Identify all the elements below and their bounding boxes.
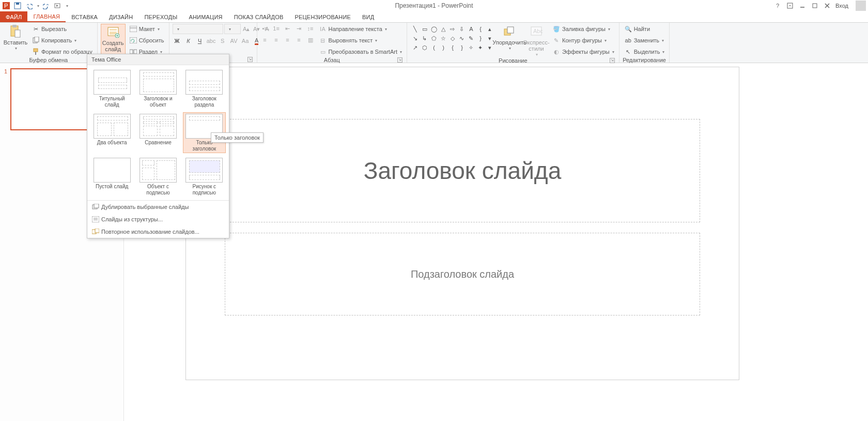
shape-callout-icon[interactable]: ◇: [448, 34, 457, 42]
spacing-icon[interactable]: AV: [229, 36, 239, 46]
maximize-icon[interactable]: [811, 2, 819, 10]
close-icon[interactable]: [823, 2, 831, 10]
paste-button[interactable]: Вставить ▾: [3, 24, 28, 51]
dialog-launcher-icon[interactable]: ⇲: [247, 57, 253, 62]
columns-icon[interactable]: ▥: [306, 35, 315, 44]
case-icon[interactable]: Aa: [241, 36, 250, 46]
smartart-button[interactable]: ▭Преобразовать в SmartArt▾: [317, 47, 404, 57]
shape-x8-icon[interactable]: ✦: [476, 43, 485, 52]
layout-title-content[interactable]: Заголовок и объект: [136, 68, 179, 109]
shape-arrow2-icon[interactable]: ⇩: [458, 25, 466, 33]
quick-styles-button[interactable]: AbcЭкспресс-стили▾: [524, 24, 549, 57]
layout-comparison[interactable]: Сравнение: [136, 112, 179, 153]
shape-line-icon[interactable]: ╲: [411, 25, 420, 33]
layout-button[interactable]: Макет▾: [128, 24, 166, 34]
shape-conn2-icon[interactable]: ↳: [421, 34, 429, 42]
bullets-icon[interactable]: •≡: [260, 24, 270, 33]
italic-icon[interactable]: К: [184, 36, 193, 46]
shape-rect-icon[interactable]: ▭: [421, 25, 429, 33]
shape-oval-icon[interactable]: ◯: [430, 25, 438, 33]
line-spacing-icon[interactable]: ↕≡: [306, 24, 315, 33]
gallery-row-up-icon[interactable]: ▴: [486, 25, 494, 33]
shapes-gallery[interactable]: ╲▭◯△⇨⇩A{▴ ↘↳⬠☆◇∿✎}▾ ↗⬡(){}✧✦▾: [410, 24, 495, 53]
font-name-combo[interactable]: ▾: [173, 24, 223, 34]
shape-x4-icon[interactable]: ): [439, 43, 447, 52]
ribbon-display-icon[interactable]: [786, 2, 794, 10]
arrange-button[interactable]: Упорядочить▾: [497, 24, 522, 51]
shape-fill-button[interactable]: 🪣Заливка фигуры▾: [551, 24, 616, 34]
shape-x1-icon[interactable]: ↗: [411, 43, 420, 52]
reset-button[interactable]: Сбросить: [128, 35, 166, 46]
align-center-icon[interactable]: ≡: [272, 35, 281, 44]
save-icon[interactable]: [13, 2, 22, 10]
shape-x5-icon[interactable]: {: [448, 43, 457, 52]
select-button[interactable]: ↖Выделить▾: [623, 47, 667, 57]
font-size-combo[interactable]: ▾: [224, 24, 241, 34]
tab-home[interactable]: ГЛАВНАЯ: [27, 11, 66, 22]
shape-x6-icon[interactable]: }: [458, 43, 466, 52]
shape-x3-icon[interactable]: (: [430, 43, 438, 52]
numbering-icon[interactable]: 1≡: [272, 24, 281, 33]
shape-x7-icon[interactable]: ✧: [467, 43, 475, 52]
help-icon[interactable]: ?: [773, 2, 782, 10]
justify-icon[interactable]: ≡: [295, 35, 304, 44]
shape-brace-icon[interactable]: {: [476, 25, 485, 33]
grow-font-icon[interactable]: A▴: [242, 24, 251, 34]
qat-customize-icon[interactable]: ▾: [66, 4, 68, 8]
tab-view[interactable]: ВИД: [357, 11, 380, 22]
dialog-launcher-icon[interactable]: ⇲: [610, 58, 615, 63]
slides-from-outline-button[interactable]: Слайды из структуры...: [87, 213, 229, 225]
align-text-button[interactable]: ⊟Выровнять текст▾: [317, 35, 404, 46]
shape-free-icon[interactable]: ✎: [467, 34, 475, 42]
start-from-beginning-icon[interactable]: [54, 2, 62, 10]
layout-picture-caption[interactable]: Рисунок с подписью: [183, 156, 226, 197]
tab-review[interactable]: РЕЦЕНЗИРОВАНИЕ: [289, 11, 357, 22]
shape-triangle-icon[interactable]: △: [439, 25, 447, 33]
shape-star-icon[interactable]: ☆: [439, 34, 447, 42]
shape-conn-icon[interactable]: ↘: [411, 34, 420, 42]
format-painter-button[interactable]: Формат по образцу: [30, 47, 94, 57]
bold-icon[interactable]: Ж: [173, 36, 182, 46]
align-left-icon[interactable]: ≡: [260, 35, 270, 44]
redo-icon[interactable]: [42, 2, 51, 10]
find-button[interactable]: 🔍Найти: [623, 24, 667, 34]
minimize-icon[interactable]: [798, 2, 807, 10]
tab-slideshow[interactable]: ПОКАЗ СЛАЙДОВ: [228, 11, 289, 22]
cut-button[interactable]: ✂Вырезать: [30, 24, 94, 34]
underline-icon[interactable]: Ч: [195, 36, 205, 46]
tab-transitions[interactable]: ПЕРЕХОДЫ: [138, 11, 183, 22]
copy-button[interactable]: Копировать▾: [30, 35, 94, 46]
reuse-slides-button[interactable]: Повторное использование слайдов...: [87, 225, 229, 238]
dialog-launcher-icon[interactable]: ⇲: [397, 57, 402, 63]
shape-text-icon[interactable]: A: [467, 25, 475, 33]
sign-in-link[interactable]: Вход: [835, 3, 848, 9]
layout-title-slide[interactable]: Титульный слайд: [90, 68, 133, 109]
shape-outline-button[interactable]: ✎Контур фигуры▾: [551, 35, 616, 46]
tab-design[interactable]: ДИЗАЙН: [103, 11, 138, 22]
indent-inc-icon[interactable]: ⇥: [295, 24, 304, 33]
layout-section-header[interactable]: Заголовок раздела: [183, 68, 226, 109]
shape-effects-button[interactable]: ◐Эффекты фигуры▾: [551, 47, 616, 57]
tab-insert[interactable]: ВСТАВКА: [66, 11, 103, 22]
title-placeholder[interactable]: Заголовок слайда: [225, 119, 700, 222]
layout-blank[interactable]: Пустой слайд: [90, 156, 133, 197]
tab-animations[interactable]: АНИМАЦИЯ: [183, 11, 228, 22]
duplicate-slides-button[interactable]: Дублировать выбранные слайды: [87, 201, 229, 213]
shape-curve-icon[interactable]: ∿: [458, 34, 466, 42]
indent-dec-icon[interactable]: ⇤: [283, 24, 292, 33]
shape-brace2-icon[interactable]: }: [476, 34, 485, 42]
tab-file[interactable]: ФАЙЛ: [0, 11, 27, 22]
avatar-icon[interactable]: [856, 1, 866, 11]
strike-icon[interactable]: abc: [207, 36, 216, 46]
shape-x2-icon[interactable]: ⬡: [421, 43, 429, 52]
new-slide-button[interactable]: Создать слайд▾: [101, 24, 126, 58]
undo-dropdown-icon[interactable]: ▾: [37, 4, 39, 8]
undo-icon[interactable]: [25, 2, 33, 10]
subtitle-placeholder[interactable]: Подзаголовок слайда: [225, 233, 700, 315]
shape-pent-icon[interactable]: ⬠: [430, 34, 438, 42]
shape-arrow-icon[interactable]: ⇨: [448, 25, 457, 33]
align-right-icon[interactable]: ≡: [283, 35, 292, 44]
slide-canvas[interactable]: Заголовок слайда Подзаголовок слайда: [124, 63, 868, 421]
layout-content-caption[interactable]: Объект с подписью: [136, 156, 179, 197]
layout-two-content[interactable]: Два объекта: [90, 112, 133, 153]
